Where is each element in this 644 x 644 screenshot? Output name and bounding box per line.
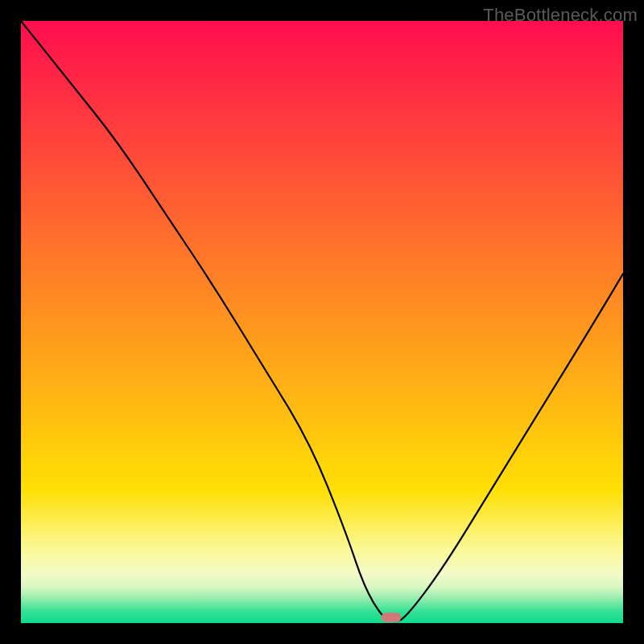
chart-container: TheBottleneck.com bbox=[0, 0, 644, 644]
curve-path bbox=[21, 21, 623, 621]
optimal-marker bbox=[382, 613, 402, 622]
plot-area bbox=[21, 21, 623, 623]
plot-frame bbox=[21, 21, 623, 623]
watermark-text: TheBottleneck.com bbox=[483, 5, 638, 26]
bottleneck-curve bbox=[21, 21, 623, 623]
